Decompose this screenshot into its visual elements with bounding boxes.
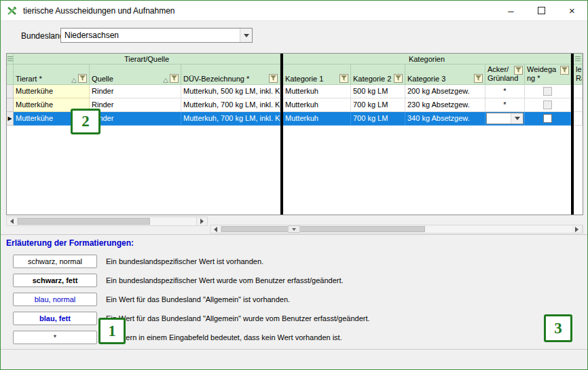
app-window: tierische Ausscheidungen und Aufnahmen –… bbox=[0, 0, 588, 370]
cell-kategorie1[interactable]: Mutterkuh bbox=[283, 85, 351, 98]
h-scrollbar-right-pane[interactable] bbox=[210, 225, 583, 234]
column-header-truncated[interactable]: le Ra bbox=[574, 64, 583, 85]
splitter-handle[interactable] bbox=[288, 225, 300, 233]
cell-kategorie3[interactable]: 340 kg Absetzgew. bbox=[405, 112, 485, 126]
scrollbar-thumb[interactable] bbox=[221, 226, 425, 232]
legend-sample-blue-normal: blau, normal bbox=[13, 293, 97, 306]
cell-truncated[interactable] bbox=[574, 98, 583, 112]
bottom-toolbar: Zeile für Tierart einfügen Zeile löschen… bbox=[1, 350, 587, 370]
app-logo-icon bbox=[7, 5, 18, 16]
cell-truncated[interactable] bbox=[574, 85, 583, 98]
scrollbar-track[interactable] bbox=[221, 225, 572, 233]
scroll-left-icon[interactable] bbox=[210, 225, 221, 233]
titlebar: tierische Ausscheidungen und Aufnahmen –… bbox=[1, 1, 587, 21]
group-header-tierart-quelle: Tierart/Quelle bbox=[14, 54, 280, 64]
filter-icon[interactable] bbox=[394, 74, 403, 83]
scroll-right-icon[interactable] bbox=[196, 217, 207, 225]
grid-corner-cell[interactable] bbox=[7, 54, 14, 64]
cell-kategorie1[interactable]: Mutterkuh bbox=[283, 98, 351, 112]
filter-icon[interactable] bbox=[78, 74, 87, 83]
cell-kategorie1[interactable]: Mutterkuh bbox=[283, 112, 351, 126]
table-row: Mutterkühe Rinder Mutterkuh, 500 kg LM, … bbox=[7, 85, 583, 98]
cell-quelle[interactable]: Rinder bbox=[90, 98, 181, 112]
close-button[interactable]: × bbox=[557, 1, 587, 20]
legend-heading: Erläuterung der Formatierungen: bbox=[6, 238, 134, 248]
cell-quelle[interactable]: Rinder bbox=[90, 112, 181, 126]
h-scrollbar-left-pane[interactable] bbox=[6, 217, 208, 226]
header-indicator-cell bbox=[7, 64, 14, 85]
grid-empty-area bbox=[7, 126, 583, 201]
cell-kategorie2[interactable]: 700 kg LM bbox=[351, 112, 405, 126]
scrollbar-track[interactable] bbox=[18, 217, 196, 225]
column-header-kategorie2[interactable]: Kategorie 2 bbox=[351, 64, 405, 85]
maximize-button[interactable] bbox=[526, 1, 557, 20]
checkbox-unchecked[interactable] bbox=[543, 114, 552, 123]
column-header-tierart[interactable]: Tierart * bbox=[14, 64, 90, 85]
filter-icon[interactable] bbox=[339, 74, 348, 83]
column-header-kategorie3[interactable]: Kategorie 3 bbox=[405, 64, 485, 85]
cell-truncated[interactable] bbox=[574, 112, 583, 126]
cell-acker-gruenland[interactable]: * bbox=[485, 85, 525, 98]
group-header-kategorien: Kategorien bbox=[283, 54, 571, 64]
window-title: tierische Ausscheidungen und Aufnahmen bbox=[23, 6, 175, 16]
grid-menu-icon bbox=[7, 56, 13, 61]
sort-asc-icon[interactable] bbox=[163, 78, 168, 83]
frozen-pane-divider[interactable] bbox=[571, 54, 574, 215]
column-header-weidegang[interactable]: Weidega ng * bbox=[525, 64, 571, 85]
section-divider bbox=[1, 234, 587, 235]
row-indicator[interactable] bbox=[7, 85, 14, 98]
cell-duev[interactable]: Mutterkuh, 500 kg LM, inkl. Ka bbox=[181, 85, 280, 98]
cell-kategorie3[interactable]: 230 kg Absetzgew. bbox=[405, 98, 485, 112]
cell-acker-gruenland[interactable]: * bbox=[485, 98, 525, 112]
column-header-duev[interactable]: DÜV-Bezeichnung * bbox=[181, 64, 280, 85]
filter-icon[interactable] bbox=[474, 74, 483, 83]
cell-kategorie3[interactable]: 200 kg Absetzgew. bbox=[405, 85, 485, 98]
acker-combobox[interactable] bbox=[486, 113, 523, 124]
scroll-right-icon[interactable] bbox=[572, 225, 583, 233]
bundesland-value: Niedersachsen bbox=[61, 31, 240, 40]
row-indicator[interactable] bbox=[7, 98, 14, 112]
bundesland-combobox[interactable]: Niedersachsen bbox=[60, 28, 253, 43]
maximize-icon bbox=[538, 7, 545, 14]
legend-sample-blue-bold: blau, fett bbox=[13, 312, 97, 325]
column-header-quelle[interactable]: Quelle bbox=[90, 64, 181, 85]
chevron-down-icon[interactable] bbox=[511, 113, 523, 124]
filter-icon[interactable] bbox=[170, 74, 179, 83]
filter-icon[interactable] bbox=[560, 66, 569, 75]
cell-weidegang[interactable] bbox=[525, 85, 571, 98]
filter-icon[interactable] bbox=[269, 74, 278, 83]
bundesland-label: Bundesland bbox=[21, 31, 64, 41]
legend-sample-black-bold: schwarz, fett bbox=[13, 274, 97, 287]
legend-desc: Ein Stern in einem Eingabefeld bedeutet,… bbox=[106, 331, 342, 344]
cell-weidegang[interactable] bbox=[525, 112, 571, 126]
callout-1: 1 bbox=[98, 318, 126, 344]
cell-duev[interactable]: Mutterkuh, 700 kg LM, inkl. Ka bbox=[181, 98, 280, 112]
sort-asc-icon[interactable] bbox=[71, 78, 77, 83]
checkbox-unchecked[interactable] bbox=[543, 100, 552, 109]
column-header-row: Tierart * Quelle DÜV-Bezeichnung * Kateg… bbox=[7, 64, 583, 85]
callout-3: 3 bbox=[544, 314, 572, 342]
group-header-truncated bbox=[574, 54, 583, 64]
cell-kategorie2[interactable]: 500 kg LM bbox=[351, 85, 405, 98]
checkbox-unchecked[interactable] bbox=[543, 87, 552, 96]
row-indicator-current[interactable]: ▶ bbox=[7, 112, 14, 126]
cell-duev[interactable]: Mutterkuh, 700 kg LM, inkl. Ka bbox=[181, 112, 280, 126]
column-header-acker-gruenland[interactable]: Acker/ Grünland bbox=[485, 64, 525, 85]
cell-tierart[interactable]: Mutterkühe bbox=[14, 85, 90, 98]
legend-desc: Ein Wert für das Bundesland "Allgemein" … bbox=[106, 312, 370, 325]
chevron-down-icon[interactable] bbox=[240, 29, 252, 42]
minimize-button[interactable]: – bbox=[496, 1, 526, 20]
frozen-pane-divider[interactable] bbox=[280, 54, 283, 215]
column-header-kategorie1[interactable]: Kategorie 1 bbox=[283, 64, 351, 85]
scrollbar-thumb[interactable] bbox=[18, 218, 150, 225]
cell-weidegang[interactable] bbox=[525, 98, 571, 112]
cell-acker-gruenland-editor[interactable] bbox=[485, 112, 525, 126]
grid-menu-icon bbox=[575, 56, 581, 61]
legend-desc: Ein bundeslandspezifischer Wert ist vorh… bbox=[106, 255, 263, 268]
cell-kategorie2[interactable]: 700 kg LM bbox=[351, 98, 405, 112]
cell-quelle[interactable]: Rinder bbox=[90, 85, 181, 98]
legend-desc: Ein bundeslandspezifischer Wert wurde vo… bbox=[106, 274, 344, 287]
filter-icon[interactable] bbox=[514, 66, 523, 75]
legend-sample-asterisk: * bbox=[13, 331, 97, 344]
scroll-left-icon[interactable] bbox=[7, 217, 18, 225]
